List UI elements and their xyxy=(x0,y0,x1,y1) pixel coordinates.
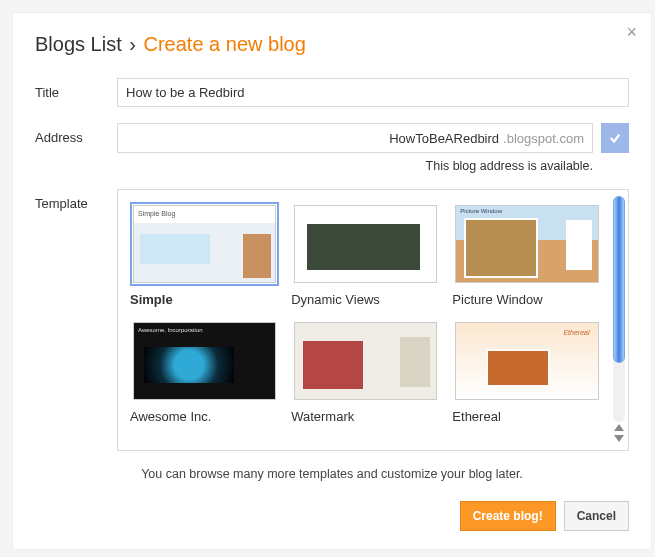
address-suffix: .blogspot.com xyxy=(503,131,584,146)
template-name: Picture Window xyxy=(452,292,601,307)
scroll-down-icon[interactable] xyxy=(614,435,624,442)
thumbnail-mini-title: Picture Window xyxy=(460,208,502,214)
template-row: Template Simple BlogSimpleDynamic ViewsP… xyxy=(35,189,629,451)
title-input[interactable] xyxy=(117,78,629,107)
address-label: Address xyxy=(35,123,117,145)
template-thumbnail[interactable]: Awesome, Incorporation xyxy=(130,319,279,403)
template-name: Simple xyxy=(130,292,279,307)
chevron-icon: › xyxy=(129,33,136,55)
thumbnail-preview xyxy=(294,322,437,400)
check-icon xyxy=(608,131,622,145)
template-thumbnail[interactable]: Simple Blog xyxy=(130,202,279,286)
template-thumbnail[interactable]: Ethereal xyxy=(452,319,601,403)
thumbnail-preview: Awesome, Incorporation xyxy=(133,322,276,400)
template-hint: You can browse many more templates and c… xyxy=(35,467,629,481)
template-name: Watermark xyxy=(291,409,440,424)
template-thumbnail[interactable] xyxy=(291,319,440,403)
thumbnail-preview: Simple Blog xyxy=(133,205,276,283)
thumbnail-mini-title: Simple Blog xyxy=(138,210,175,217)
create-blog-dialog: × Blogs List › Create a new blog Title A… xyxy=(12,12,652,550)
cancel-button[interactable]: Cancel xyxy=(564,501,629,531)
thumbnail-mini-title: Ethereal xyxy=(563,329,589,336)
close-icon[interactable]: × xyxy=(626,23,637,41)
thumbnail-preview xyxy=(294,205,437,283)
template-option-watermark[interactable]: Watermark xyxy=(287,315,448,432)
template-label: Template xyxy=(35,189,117,211)
address-row: Address .blogspot.com This blog address … xyxy=(35,123,629,173)
create-blog-button[interactable]: Create blog! xyxy=(460,501,556,531)
title-row: Title xyxy=(35,78,629,107)
template-option-dynamic-views[interactable]: Dynamic Views xyxy=(287,198,448,315)
template-thumbnail[interactable]: Picture Window xyxy=(452,202,601,286)
address-input[interactable] xyxy=(126,131,499,146)
template-name: Ethereal xyxy=(452,409,601,424)
address-box: .blogspot.com xyxy=(117,123,593,153)
template-option-awesome-inc-[interactable]: Awesome, IncorporationAwesome Inc. xyxy=(126,315,287,432)
thumbnail-preview: Ethereal xyxy=(455,322,598,400)
scrollbar[interactable] xyxy=(613,196,625,444)
scroll-up-icon[interactable] xyxy=(614,424,624,431)
breadcrumb-root[interactable]: Blogs List xyxy=(35,33,122,55)
template-name: Awesome Inc. xyxy=(130,409,279,424)
template-option-picture-window[interactable]: Picture WindowPicture Window xyxy=(448,198,609,315)
title-label: Title xyxy=(35,78,117,100)
dialog-footer: Create blog! Cancel xyxy=(35,501,629,531)
thumbnail-preview: Picture Window xyxy=(455,205,598,283)
breadcrumb-current: Create a new blog xyxy=(144,33,306,55)
template-grid-panel: Simple BlogSimpleDynamic ViewsPicture Wi… xyxy=(117,189,629,451)
scrollbar-thumb[interactable] xyxy=(613,196,625,363)
availability-message: This blog address is available. xyxy=(117,159,629,173)
template-option-ethereal[interactable]: EtherealEthereal xyxy=(448,315,609,432)
template-name: Dynamic Views xyxy=(291,292,440,307)
template-option-simple[interactable]: Simple BlogSimple xyxy=(126,198,287,315)
thumbnail-mini-title: Awesome, Incorporation xyxy=(138,327,203,333)
template-thumbnail[interactable] xyxy=(291,202,440,286)
scrollbar-track[interactable] xyxy=(613,196,625,422)
check-availability-button[interactable] xyxy=(601,123,629,153)
breadcrumb: Blogs List › Create a new blog xyxy=(35,33,629,56)
